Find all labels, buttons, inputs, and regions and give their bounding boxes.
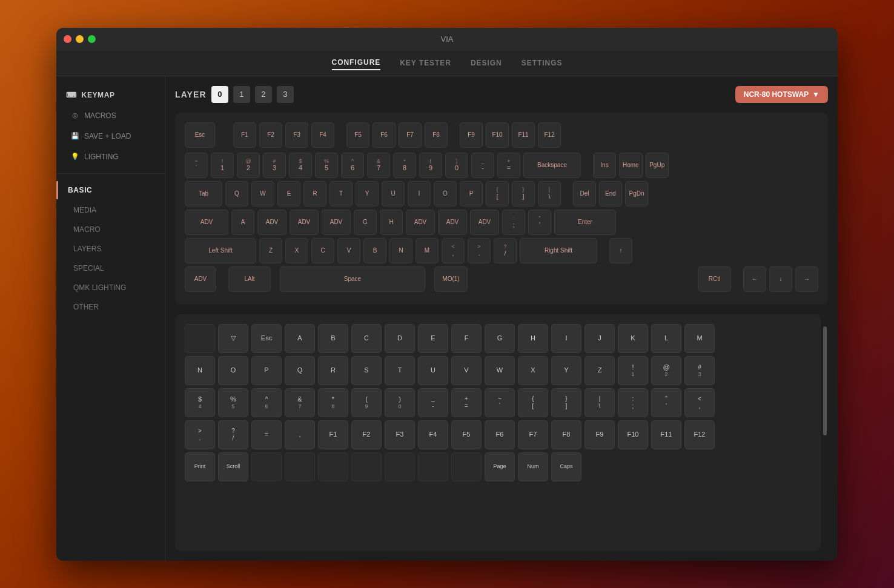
key-mo1[interactable]: MO(1): [434, 266, 468, 292]
picker-key-dollar[interactable]: $4: [185, 388, 215, 417]
picker-key-e7[interactable]: [451, 452, 482, 481]
picker-key-e2[interactable]: [285, 452, 315, 481]
key-8[interactable]: *8: [393, 153, 416, 178]
key-del[interactable]: Del: [573, 181, 596, 206]
key-adv-j[interactable]: ADV: [406, 210, 435, 235]
key-n[interactable]: N: [389, 238, 412, 263]
picker-key-lt[interactable]: <,: [684, 388, 715, 417]
picker-key-hash[interactable]: #3: [684, 356, 715, 385]
picker-key-tilde[interactable]: ~`: [485, 388, 515, 417]
picker-key-c[interactable]: C: [351, 324, 382, 353]
key-comma[interactable]: <,: [442, 238, 465, 263]
picker-key-l[interactable]: L: [651, 324, 681, 353]
key-p[interactable]: P: [460, 181, 483, 206]
key-f1[interactable]: F1: [233, 122, 256, 148]
key-g[interactable]: G: [354, 210, 377, 235]
key-i[interactable]: I: [408, 181, 431, 206]
picker-key-g[interactable]: G: [485, 324, 515, 353]
nav-design[interactable]: DESIGN: [471, 56, 502, 70]
key-home[interactable]: Home: [619, 153, 643, 178]
layer-btn-1[interactable]: 1: [233, 86, 250, 103]
picker-key-num[interactable]: Num: [518, 452, 548, 481]
key-1[interactable]: !1: [211, 153, 234, 178]
key-7[interactable]: &7: [367, 153, 390, 178]
picker-key-m[interactable]: M: [684, 324, 715, 353]
picker-key-x[interactable]: X: [518, 356, 548, 385]
picker-key-trns[interactable]: ▽: [218, 324, 248, 353]
key-f9[interactable]: F9: [460, 122, 483, 148]
key-semicolon[interactable]: :;: [502, 210, 525, 235]
key-z[interactable]: Z: [259, 238, 282, 263]
key-f3[interactable]: F3: [285, 122, 308, 148]
key-9[interactable]: (9: [419, 153, 442, 178]
key-down[interactable]: ↓: [769, 266, 792, 292]
key-3[interactable]: #3: [263, 153, 286, 178]
key-adv-caps[interactable]: ADV: [185, 210, 228, 235]
picker-key-k[interactable]: K: [618, 324, 648, 353]
key-t[interactable]: T: [329, 181, 353, 206]
picker-key-e5[interactable]: [385, 452, 415, 481]
key-backspace[interactable]: Backspace: [523, 153, 581, 178]
maximize-button[interactable]: [88, 35, 96, 43]
key-right[interactable]: →: [795, 266, 818, 292]
key-backslash[interactable]: |\: [538, 181, 561, 206]
key-f5[interactable]: F5: [346, 122, 369, 148]
key-equals[interactable]: +=: [497, 153, 520, 178]
key-b[interactable]: B: [363, 238, 386, 263]
picker-key-f12p[interactable]: F12: [684, 420, 715, 449]
key-0[interactable]: )0: [445, 153, 468, 178]
key-adv-bottom[interactable]: ADV: [185, 266, 216, 292]
picker-key-empty[interactable]: [185, 324, 215, 353]
picker-key-page[interactable]: Page: [485, 452, 515, 481]
key-pgdn[interactable]: PgDn: [625, 181, 648, 206]
key-quote[interactable]: "': [528, 210, 551, 235]
picker-key-h[interactable]: H: [518, 324, 548, 353]
key-rctl[interactable]: RCtl: [698, 266, 731, 292]
scrollbar-thumb[interactable]: [823, 326, 827, 435]
key-u[interactable]: U: [382, 181, 405, 206]
picker-key-excl[interactable]: !1: [618, 356, 648, 385]
picker-key-e4[interactable]: [351, 452, 382, 481]
layer-btn-0[interactable]: 0: [211, 86, 228, 103]
key-space[interactable]: Space: [280, 266, 425, 292]
sidebar-item-media[interactable]: MEDIA: [56, 202, 165, 219]
nav-key-tester[interactable]: KEY TESTER: [400, 56, 451, 70]
key-2[interactable]: @2: [237, 153, 260, 178]
key-a[interactable]: A: [231, 210, 254, 235]
sidebar-category-basic[interactable]: BASIC: [56, 181, 165, 199]
picker-key-u[interactable]: U: [418, 356, 448, 385]
key-left[interactable]: ←: [743, 266, 766, 292]
key-adv-l[interactable]: ADV: [470, 210, 499, 235]
key-f4[interactable]: F4: [311, 122, 334, 148]
picker-key-underscore[interactable]: _-: [418, 388, 448, 417]
picker-key-f3p[interactable]: F3: [385, 420, 415, 449]
picker-key-dquote[interactable]: "': [651, 388, 681, 417]
nav-settings[interactable]: SETTINGS: [522, 56, 563, 70]
close-button[interactable]: [64, 35, 71, 43]
picker-key-v[interactable]: V: [451, 356, 482, 385]
key-m[interactable]: M: [416, 238, 439, 263]
key-adv-k[interactable]: ADV: [438, 210, 467, 235]
picker-key-caps[interactable]: Caps: [551, 452, 581, 481]
key-lalt[interactable]: LAlt: [228, 266, 271, 292]
picker-key-esc[interactable]: Esc: [251, 324, 282, 353]
key-w[interactable]: W: [251, 181, 274, 206]
picker-key-f[interactable]: F: [451, 324, 482, 353]
picker-key-p2[interactable]: P: [251, 356, 282, 385]
picker-key-a[interactable]: A: [285, 324, 315, 353]
key-end[interactable]: End: [599, 181, 622, 206]
picker-key-w[interactable]: W: [485, 356, 515, 385]
key-ins[interactable]: Ins: [593, 153, 616, 178]
key-6[interactable]: ^6: [341, 153, 364, 178]
key-up[interactable]: ↑: [609, 238, 632, 263]
picker-key-lcurly[interactable]: {[: [518, 388, 548, 417]
sidebar-item-save-load[interactable]: 💾 SAVE + LOAD: [56, 127, 165, 145]
sidebar-item-macros[interactable]: ◎ MACROS: [56, 107, 165, 125]
picker-key-q[interactable]: Q: [285, 356, 315, 385]
picker-key-d[interactable]: D: [385, 324, 415, 353]
key-rbracket[interactable]: }]: [512, 181, 535, 206]
picker-key-lparen[interactable]: (9: [351, 388, 382, 417]
picker-key-amp[interactable]: &7: [285, 388, 315, 417]
picker-key-i[interactable]: I: [551, 324, 581, 353]
key-adv-f[interactable]: ADV: [322, 210, 351, 235]
